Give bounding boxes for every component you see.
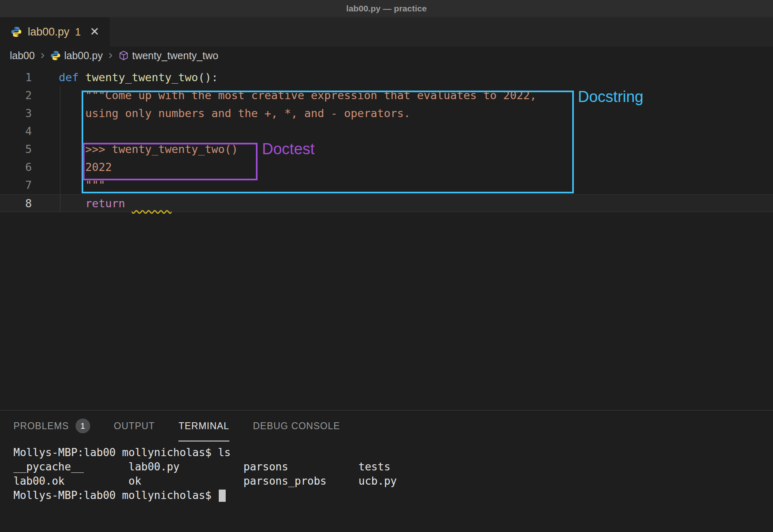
code-line-7[interactable]: 7 """ [0, 176, 773, 194]
terminal-line: lab00.ok ok parsons_probs ucb.py [13, 474, 773, 488]
code-content: """Come up with the most creative expres… [41, 86, 536, 104]
panel-tab-label: OUTPUT [114, 421, 155, 432]
code-content: return [41, 195, 171, 212]
panel-tab-terminal[interactable]: TERMINAL [178, 410, 229, 441]
terminal-output[interactable]: Mollys-MBP:lab00 mollynicholas$ ls__pyca… [0, 441, 773, 503]
line-number: 8 [0, 195, 41, 212]
code-line-5[interactable]: 5 >>> twenty_twenty_two() [0, 140, 773, 158]
panel-tab-bar: PROBLEMS1OUTPUTTERMINALDEBUG CONSOLE [0, 410, 773, 441]
breadcrumb-separator-icon: › [109, 48, 113, 62]
code-token [132, 197, 172, 210]
code-content: def twenty_twenty_two(): [41, 69, 218, 86]
panel-tab-output[interactable]: OUTPUT [114, 410, 155, 441]
code-token [59, 161, 85, 173]
line-number: 2 [0, 86, 41, 104]
code-line-4[interactable]: 4 [0, 122, 773, 140]
terminal-cursor [219, 490, 226, 502]
code-line-3[interactable]: 3 using only numbers and the +, *, and -… [0, 104, 773, 122]
terminal-line: Mollys-MBP:lab00 mollynicholas$ ls [13, 446, 773, 460]
breadcrumb-label: lab00 [10, 50, 35, 62]
problems-count-badge: 1 [76, 419, 90, 433]
panel-tab-label: PROBLEMS [13, 421, 69, 432]
breadcrumb-item-lab00-py[interactable]: lab00.py [50, 50, 103, 62]
line-number: 1 [0, 69, 41, 86]
breadcrumb-label: twenty_twenty_two [132, 50, 218, 62]
line-number: 6 [0, 158, 41, 176]
cube-icon [118, 50, 129, 61]
code-token [59, 179, 85, 191]
breadcrumb-label: lab00.py [64, 50, 103, 62]
terminal-text: __pycache__ lab00.py parsons tests [13, 460, 391, 474]
code-token [59, 143, 85, 155]
code-token [59, 197, 85, 210]
code-token: """ [85, 179, 105, 191]
panel-tab-problems[interactable]: PROBLEMS1 [13, 410, 90, 441]
python-icon [11, 26, 22, 38]
terminal-text: lab00.ok ok parsons_probs ucb.py [13, 474, 397, 488]
terminal-text: Mollys-MBP:lab00 mollynicholas$ [13, 488, 218, 503]
code-token [59, 107, 85, 120]
code-token: """Come up with the most creative expres… [85, 89, 536, 102]
code-line-2[interactable]: 2 """Come up with the most creative expr… [0, 86, 773, 104]
docstring-annotation-label: Docstring [578, 88, 644, 106]
code-token: 2022 [85, 161, 112, 173]
breadcrumb-item-twenty_twenty_two[interactable]: twenty_twenty_two [118, 50, 218, 62]
line-number: 3 [0, 104, 41, 122]
code-content [41, 122, 59, 140]
panel-tab-label: DEBUG CONSOLE [253, 421, 340, 432]
terminal-line: Mollys-MBP:lab00 mollynicholas$ [13, 488, 773, 503]
code-content: >>> twenty_twenty_two() [41, 140, 238, 158]
tab-close-icon[interactable]: ✕ [90, 26, 99, 38]
code-line-1[interactable]: 1def twenty_twenty_two(): [0, 69, 773, 86]
window-title: lab00.py — practice [346, 4, 426, 13]
code-token: twenty_twenty_two [85, 71, 198, 84]
terminal-text: Mollys-MBP:lab00 mollynicholas$ ls [13, 446, 231, 460]
breadcrumb: lab00›lab00.py›twenty_twenty_two [0, 47, 773, 64]
code-content: using only numbers and the +, *, and - o… [41, 104, 411, 122]
doctest-annotation-label: Doctest [262, 140, 315, 158]
python-icon [50, 50, 61, 61]
line-number: 7 [0, 176, 41, 194]
code-line-8[interactable]: 8 return [0, 194, 773, 212]
line-number: 5 [0, 140, 41, 158]
panel-tab-label: TERMINAL [178, 421, 229, 432]
breadcrumb-item-lab00[interactable]: lab00 [10, 50, 35, 62]
tab-lab00[interactable]: lab00.py 1 ✕ [0, 17, 110, 47]
code-token: return [85, 197, 132, 210]
tab-label: lab00.py [28, 26, 69, 38]
tab-bar: lab00.py 1 ✕ [0, 17, 773, 47]
code-token: >>> twenty_twenty_two() [85, 143, 238, 155]
code-token: (): [198, 71, 218, 84]
bottom-panel: PROBLEMS1OUTPUTTERMINALDEBUG CONSOLE Mol… [0, 410, 773, 532]
code-token: using only numbers and the +, *, and - o… [85, 107, 411, 120]
panel-tab-debug-console[interactable]: DEBUG CONSOLE [253, 410, 340, 441]
breadcrumb-separator-icon: › [40, 48, 44, 62]
line-number: 4 [0, 122, 41, 140]
code-token [59, 89, 85, 102]
code-content: 2022 [41, 158, 112, 176]
titlebar: lab00.py — practice [0, 0, 773, 17]
code-token: def [59, 71, 85, 84]
code-content: """ [41, 176, 105, 194]
tab-modified-badge: 1 [75, 26, 81, 38]
terminal-line: __pycache__ lab00.py parsons tests [13, 460, 773, 474]
code-lines: 1def twenty_twenty_two():2 """Come up wi… [0, 69, 773, 212]
code-line-6[interactable]: 6 2022 [0, 158, 773, 176]
code-editor[interactable]: 1def twenty_twenty_two():2 """Come up wi… [0, 64, 773, 410]
